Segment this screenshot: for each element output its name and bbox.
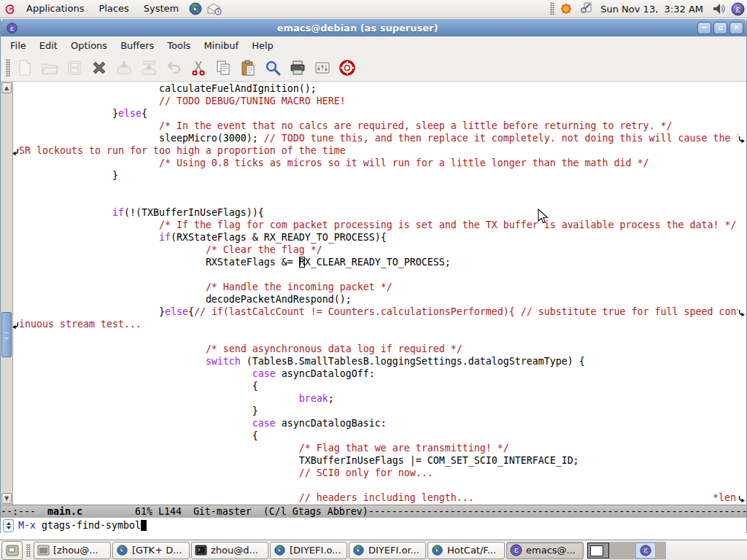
taskbar-window-button[interactable]: εemacs@...	[506, 542, 584, 559]
emacs-menu-edit[interactable]: Edit	[33, 38, 64, 53]
code-right-fragment: *len	[713, 491, 736, 504]
taskbar-drag-handle[interactable]	[26, 544, 31, 557]
code-line-blank[interactable]	[13, 268, 746, 281]
code-line[interactable]: }else{	[13, 107, 746, 120]
scroll-up-arrow-icon[interactable]: ▲	[1, 82, 12, 93]
emacs-menu-minibuf[interactable]: Minibuf	[197, 38, 245, 53]
emacs-window: ε emacs@debian (as superuser) ‒ ▫ ✕ File…	[0, 19, 747, 533]
minibuffer-input[interactable]: gtags-find-symbol	[42, 520, 141, 531]
code-line[interactable]: }else{// if(lastCalcCount != Counters.ca…	[13, 306, 746, 318]
show-desktop-button[interactable]	[1, 541, 23, 560]
code-line[interactable]: inuous stream test...	[13, 318, 746, 330]
magnifier-icon[interactable]	[577, 1, 593, 17]
debian-logo-icon[interactable]	[1, 1, 18, 17]
workspace-switcher[interactable]: ε	[587, 542, 666, 559]
code-line[interactable]: RXStateFlags &= RX_CLEAR_READY_TO_PROCES…	[13, 256, 746, 268]
svg-text:ε: ε	[514, 545, 519, 555]
workspace-2[interactable]: ε	[609, 542, 666, 559]
code-line[interactable]: if(RXStateFlags & RX_READY_TO_PROCESS){	[13, 231, 746, 244]
code-line[interactable]: {	[13, 380, 746, 392]
paste-icon[interactable]	[236, 57, 260, 79]
cut-icon[interactable]	[186, 57, 211, 79]
taskbar-window-label: DIYEFI.or...	[368, 545, 419, 556]
menu-places[interactable]: Places	[91, 0, 136, 18]
code-line[interactable]: case asyncDatalogBasic:	[13, 417, 746, 429]
window-selector-emacs-icon[interactable]: ε	[635, 542, 656, 559]
mode-line[interactable]: --:--- main.c 61% L144 Git-master (C/l G…	[1, 505, 746, 518]
preferences-icon[interactable]	[310, 57, 335, 79]
menu-applications[interactable]: Applications	[19, 0, 91, 18]
emacs-menu-buffers[interactable]: Buffers	[114, 38, 160, 53]
emacs-tray-icon[interactable]: ε	[729, 1, 746, 17]
code-line[interactable]: TXBufferInUseFlags |= COM_SET_SCI0_INTER…	[13, 454, 746, 467]
taskbar-window-button[interactable]: DIYEFI.or...	[349, 542, 426, 559]
volume-icon[interactable]	[711, 1, 727, 17]
emacs-menu-help[interactable]: Help	[245, 38, 280, 53]
window-title: emacs@debian (as superuser)	[20, 23, 695, 34]
close-buffer-icon[interactable]	[87, 57, 112, 79]
panel-clock[interactable]: Sun Nov 13, 3:32 AM	[600, 4, 703, 15]
write-file-icon[interactable]	[136, 57, 161, 79]
taskbar-window-button[interactable]: [DIYEFI.o...	[270, 542, 347, 559]
code-line[interactable]: }	[13, 405, 746, 417]
emacs-menu-tools[interactable]: Tools	[160, 38, 197, 53]
titlebar[interactable]: ε emacs@debian (as superuser) ‒ ▫ ✕	[1, 19, 746, 36]
code-line[interactable]: /* Clear the flag */	[13, 244, 746, 256]
undo-icon[interactable]	[161, 57, 186, 79]
updates-icon[interactable]	[558, 1, 574, 17]
taskbar-window-button[interactable]: HotCat/F...	[427, 542, 505, 559]
maximize-button[interactable]: ▫	[713, 22, 727, 34]
buffer-main-c[interactable]: ▲ ▼ calculateFuelAndIgnition(); // TODO …	[1, 82, 746, 505]
code-line[interactable]: decodePacketAndRespond();	[13, 293, 746, 306]
taskbar-window-button[interactable]: zhou@d...	[191, 542, 268, 559]
code-line-blank[interactable]	[13, 330, 746, 343]
vertical-scrollbar[interactable]: ▲ ▼	[1, 82, 13, 505]
code-line[interactable]: // SCI0 only for now...	[13, 467, 746, 479]
open-file-icon[interactable]	[37, 57, 62, 79]
code-line-blank[interactable]	[13, 182, 746, 194]
toolbar-drag-handle[interactable]	[6, 59, 10, 77]
code-line[interactable]: case asyncDatalogOff:	[13, 368, 746, 380]
minimize-button[interactable]: ‒	[697, 22, 711, 34]
code-line[interactable]: {	[13, 429, 746, 442]
save-buffer-icon[interactable]	[112, 57, 136, 79]
emacs-menu-options[interactable]: Options	[64, 38, 114, 53]
text-cursor	[141, 520, 147, 531]
browser-launcher-icon[interactable]	[187, 1, 204, 17]
taskbar-window-button[interactable]: [zhou@...	[34, 542, 111, 559]
mail-launcher-icon[interactable]	[206, 1, 222, 17]
code-line[interactable]: /* Using 0.8 ticks as micros so it will …	[13, 157, 746, 169]
code-line[interactable]: // headers including length...*len	[13, 491, 746, 504]
code-line[interactable]: /* Flag that we are transmitting! */	[13, 442, 746, 454]
scroll-down-arrow-icon[interactable]: ▼	[1, 493, 12, 504]
taskbar-window-button[interactable]: [GTK+ D...	[112, 542, 190, 559]
emacs-menu-file[interactable]: File	[4, 38, 33, 53]
copy-icon[interactable]	[211, 57, 236, 79]
code-line[interactable]: }	[13, 169, 746, 182]
menu-system[interactable]: System	[136, 0, 186, 18]
code-line[interactable]: /* Handle the incoming packet */	[13, 281, 746, 293]
dired-icon[interactable]	[62, 57, 87, 79]
code-line[interactable]: // TODO DEBUG/TUNING MACRO HERE!	[13, 95, 746, 107]
scrollbar-thumb[interactable]	[1, 312, 12, 357]
search-icon[interactable]	[260, 57, 285, 79]
code-line[interactable]: calculateFuelAndIgnition();	[13, 82, 746, 95]
workspace-1[interactable]	[587, 542, 609, 559]
code-line[interactable]: switch (TablesB.SmallTablesB.loggingSett…	[13, 355, 746, 368]
code-line[interactable]: break;	[13, 392, 746, 405]
print-icon[interactable]	[285, 57, 310, 79]
minibuffer[interactable]: M-x gtags-find-symbol	[1, 518, 746, 533]
panel-drag-handle[interactable]	[550, 2, 554, 15]
code-line-blank[interactable]	[13, 194, 746, 206]
code-line[interactable]: /* In the event that no calcs are requir…	[13, 120, 746, 132]
help-icon[interactable]	[335, 57, 360, 79]
code-line[interactable]: if(!(TXBufferInUseFlags)){	[13, 206, 746, 219]
code-line[interactable]: /* send asynchronous data log if require…	[13, 343, 746, 355]
code-line[interactable]: sleepMicro(3000); // TODO tune this, and…	[13, 132, 746, 144]
code-text[interactable]: calculateFuelAndIgnition(); // TODO DEBU…	[13, 82, 746, 505]
code-line[interactable]: /* If the flag for com packet processing…	[13, 219, 746, 231]
new-file-icon[interactable]	[12, 57, 37, 79]
close-button[interactable]: ✕	[729, 22, 743, 34]
code-line-blank[interactable]	[13, 479, 746, 491]
code-line[interactable]: SR lockouts to run for too high a propor…	[13, 144, 746, 157]
